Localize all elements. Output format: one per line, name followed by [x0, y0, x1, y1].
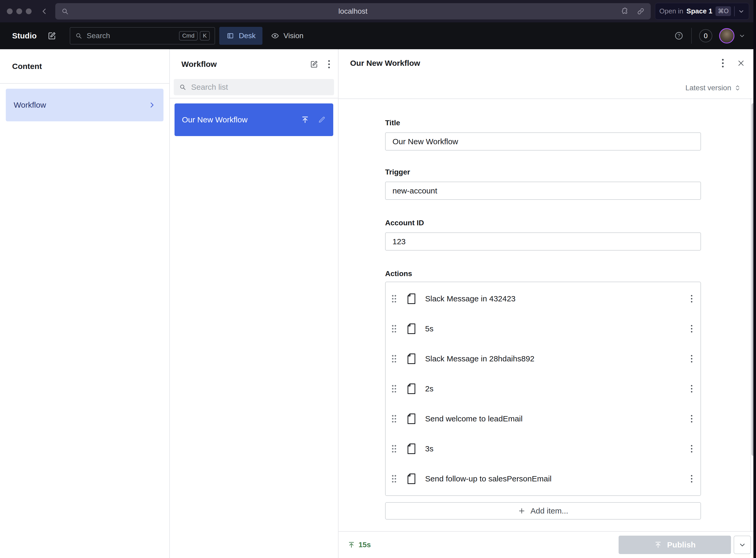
field-label: Title [385, 119, 701, 127]
minimize-window-button[interactable] [16, 8, 22, 14]
close-icon [736, 59, 746, 68]
kebab-menu-icon [327, 59, 331, 69]
action-row[interactable]: 3s [386, 434, 701, 464]
drag-handle-icon[interactable] [391, 324, 397, 333]
presence-count: 0 [704, 32, 708, 40]
title-input[interactable] [385, 132, 701, 151]
action-row[interactable]: 2s [386, 374, 701, 404]
trigger-input[interactable] [385, 182, 701, 200]
action-title: Send follow-up to salesPersonEmail [425, 474, 552, 483]
search-shortcut: Cmd K [179, 31, 210, 41]
list-pane-title: Workflow [181, 60, 217, 69]
link-icon [636, 7, 645, 16]
cmd-key-badge: Cmd [179, 31, 197, 41]
action-title: Slack Message in 432423 [425, 294, 516, 303]
version-label: Latest version [685, 84, 731, 92]
tab-desk[interactable]: Desk [219, 27, 262, 45]
account-id-input[interactable] [385, 232, 701, 251]
action-title: Send welcome to leadEmail [425, 414, 523, 423]
action-menu-button[interactable] [690, 354, 693, 363]
document-icon [407, 383, 416, 395]
list-pane-header: Workflow [170, 49, 338, 98]
action-title: 3s [425, 444, 433, 453]
global-search[interactable]: Cmd K [70, 27, 215, 45]
help-button[interactable]: ? [674, 31, 684, 41]
action-menu-button[interactable] [690, 444, 693, 453]
list-item-our-new-workflow[interactable]: Our New Workflow [175, 103, 333, 136]
document-scroll-area: Title Trigger Account ID Actions [338, 99, 756, 531]
version-selector[interactable]: Latest version [685, 84, 741, 92]
publish-button[interactable]: Publish [619, 536, 731, 554]
document-title: Our New Workflow [350, 59, 420, 68]
drag-handle-icon[interactable] [391, 384, 397, 393]
document-pane-header: Our New Workflow [338, 49, 756, 99]
close-document-button[interactable] [736, 59, 746, 68]
action-menu-button[interactable] [690, 384, 693, 393]
select-chevrons-icon [734, 84, 741, 92]
document-pane: Our New Workflow [338, 49, 756, 558]
action-menu-button[interactable] [690, 324, 693, 333]
kebab-menu-icon [721, 58, 724, 68]
drag-handle-icon[interactable] [391, 354, 397, 363]
action-row[interactable]: Slack Message in 432423 [386, 284, 701, 314]
drag-handle-icon[interactable] [391, 414, 397, 423]
kebab-menu-icon [690, 324, 693, 333]
action-menu-button[interactable] [690, 414, 693, 423]
user-menu-chevron[interactable] [739, 32, 746, 39]
open-in-label: Open in [659, 7, 683, 15]
kebab-menu-icon [690, 354, 693, 363]
field-label: Account ID [385, 219, 701, 227]
plus-icon [518, 507, 526, 515]
chevron-down-icon[interactable] [738, 8, 745, 15]
list-menu-button[interactable] [327, 59, 331, 69]
drag-handle-icon[interactable] [391, 474, 397, 483]
list-search[interactable] [174, 79, 334, 95]
svg-text:?: ? [678, 33, 680, 39]
document-menu-button[interactable] [721, 58, 724, 68]
traffic-lights[interactable] [7, 8, 32, 14]
create-document-button[interactable] [309, 60, 319, 69]
url-bar[interactable]: localhost [55, 3, 651, 20]
presence-badge[interactable]: 0 [699, 29, 712, 42]
sidebar-item-workflow[interactable]: Workflow [6, 89, 163, 121]
action-menu-button[interactable] [690, 474, 693, 483]
tab-vision[interactable]: Vision [264, 27, 310, 45]
new-document-button[interactable] [47, 31, 57, 41]
drag-handle-icon[interactable] [391, 294, 397, 303]
field-actions: Actions Slack Message in 432423 [385, 270, 701, 519]
action-row[interactable]: Send welcome to leadEmail [386, 404, 701, 434]
action-row[interactable]: Send follow-up to salesPersonEmail [386, 464, 701, 494]
content-pane-title: Content [12, 62, 42, 71]
screen-edge [753, 0, 756, 558]
document-footer: 15s Publish [338, 531, 756, 558]
publish-options-button[interactable] [734, 536, 751, 554]
global-search-input[interactable] [86, 32, 175, 40]
content-pane-header: Content [0, 49, 169, 84]
document-icon [407, 443, 416, 455]
field-account-id: Account ID [385, 219, 701, 251]
draft-status-icon [318, 116, 326, 124]
field-trigger: Trigger [385, 168, 701, 200]
avatar[interactable] [719, 28, 734, 44]
action-row[interactable]: Slack Message in 28hdaihs892 [386, 344, 701, 374]
divider [691, 28, 692, 44]
drag-handle-icon[interactable] [391, 444, 397, 453]
add-item-label: Add item... [530, 506, 568, 515]
field-title: Title [385, 119, 701, 151]
open-in-space-button[interactable]: Open in Space 1 ⌘O [655, 3, 749, 20]
copy-link-button[interactable] [636, 7, 645, 16]
action-row[interactable]: 5s [386, 314, 701, 344]
action-menu-button[interactable] [690, 294, 693, 303]
add-item-button[interactable]: Add item... [385, 502, 701, 519]
eye-icon [271, 32, 279, 40]
close-window-button[interactable] [7, 8, 12, 14]
publish-icon [654, 541, 662, 549]
sidebar-item-label: Workflow [14, 101, 46, 109]
browser-back-button[interactable] [41, 7, 48, 15]
duration-label: 15s [358, 541, 371, 549]
zoom-window-button[interactable] [26, 8, 32, 14]
document-icon [407, 473, 416, 485]
action-title: 2s [425, 384, 433, 393]
list-search-input[interactable] [191, 83, 329, 92]
extensions-button[interactable] [620, 7, 629, 16]
